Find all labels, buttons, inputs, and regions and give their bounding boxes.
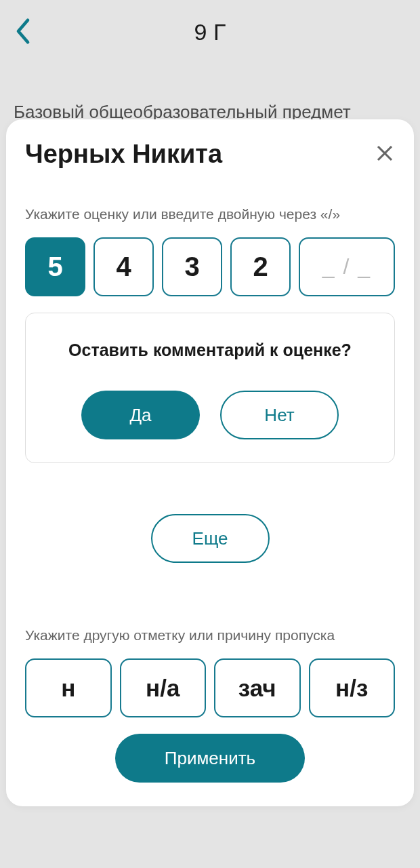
apply-row: Применить bbox=[25, 734, 395, 783]
header: 9 Г bbox=[0, 0, 420, 64]
grade-row: 5 4 3 2 _ / _ bbox=[25, 237, 395, 296]
grade-button-4[interactable]: 4 bbox=[93, 237, 154, 296]
back-icon[interactable] bbox=[14, 17, 33, 48]
comment-prompt: Оставить комментарий к оценке? bbox=[46, 340, 374, 360]
grade-instruction: Укажите оценку или введите двойную через… bbox=[25, 206, 395, 222]
comment-box: Оставить комментарий к оценке? Да Нет bbox=[25, 313, 395, 463]
grade-button-3[interactable]: 3 bbox=[162, 237, 222, 296]
modal-header: Черных Никита bbox=[25, 140, 395, 169]
page-title: 9 Г bbox=[194, 19, 226, 45]
more-button[interactable]: Еще bbox=[151, 514, 270, 563]
mark-row: н н/а зач н/з bbox=[25, 658, 395, 717]
comment-buttons: Да Нет bbox=[46, 391, 374, 439]
grade-button-2[interactable]: 2 bbox=[230, 237, 291, 296]
dual-grade-input[interactable]: _ / _ bbox=[299, 237, 395, 296]
grade-modal: Черных Никита Укажите оценку или введите… bbox=[6, 119, 414, 806]
mark-instruction: Укажите другую отметку или причину пропу… bbox=[25, 627, 395, 644]
grade-button-5[interactable]: 5 bbox=[25, 237, 85, 296]
mark-button-na[interactable]: н/а bbox=[120, 658, 207, 717]
mark-button-n[interactable]: н bbox=[25, 658, 112, 717]
close-icon[interactable] bbox=[375, 143, 395, 166]
more-row: Еще bbox=[25, 514, 395, 563]
apply-button[interactable]: Применить bbox=[115, 734, 305, 783]
mark-button-zach[interactable]: зач bbox=[214, 658, 301, 717]
student-name: Черных Никита bbox=[25, 140, 222, 169]
mark-button-nz[interactable]: н/з bbox=[309, 658, 396, 717]
yes-button[interactable]: Да bbox=[81, 391, 200, 439]
no-button[interactable]: Нет bbox=[220, 391, 339, 439]
